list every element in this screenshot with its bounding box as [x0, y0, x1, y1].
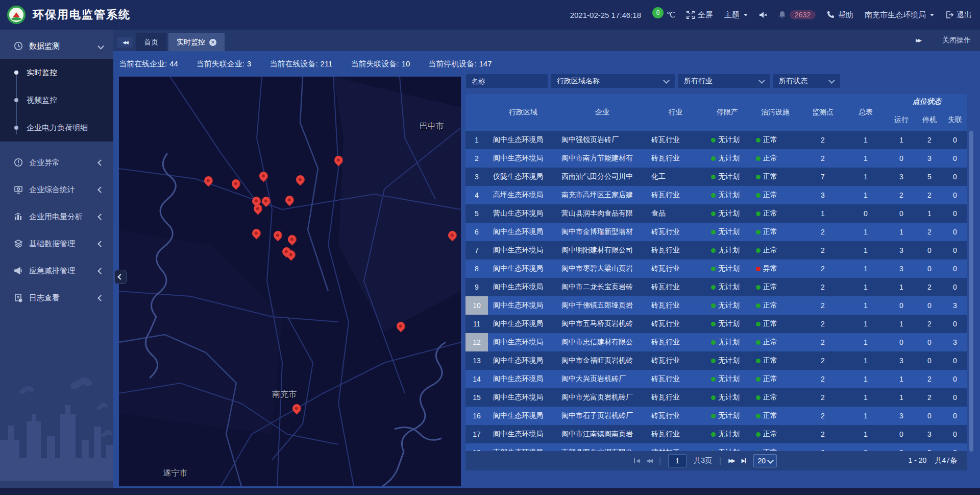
- cell-index: 6: [465, 223, 488, 241]
- map-marker-icon[interactable]: [232, 179, 240, 188]
- table-row[interactable]: 12阆中生态环境局阆中市忠信建材有限公砖瓦行业无计划正常21003: [465, 333, 967, 351]
- cell-plan-status: 无计划: [705, 149, 750, 168]
- sidebar-item-5[interactable]: 应急减排管理: [0, 258, 113, 284]
- region-filter-select[interactable]: 行政区域名称: [551, 74, 675, 88]
- tab-1[interactable]: 实时监控✕: [168, 33, 225, 51]
- table-row[interactable]: 9阆中生态环境局阆中市二龙长宝页岩砖砖瓦行业无计划正常21120: [465, 278, 967, 296]
- notifications[interactable]: 2632: [778, 10, 816, 19]
- table-row[interactable]: 7阆中生态环境局阆中明阳建材有限公司砖瓦行业无计划正常21300: [465, 241, 967, 260]
- cell-running: 1: [887, 315, 916, 333]
- mute-button[interactable]: [759, 11, 767, 19]
- datetime: 2021-02-25 17:46:18: [570, 11, 641, 19]
- table-row[interactable]: 17阆中生态环境局阆中市江南镇阆南页岩砖瓦行业无计划正常21030: [465, 425, 967, 443]
- map-marker-icon[interactable]: [259, 172, 268, 180]
- next-page-button[interactable]: ▶▶: [728, 458, 734, 463]
- tab-close-icon[interactable]: ✕: [209, 39, 216, 46]
- page-number-input[interactable]: 1: [668, 454, 687, 467]
- status-dot-icon: [756, 285, 761, 290]
- org-dropdown[interactable]: 南充市生态环境局: [865, 10, 934, 20]
- map-marker-icon[interactable]: [292, 404, 301, 413]
- cell-running: 3: [887, 241, 916, 260]
- table-row[interactable]: 4高坪生态环境局南充市高坪区王家店建砖瓦行业无计划正常31220: [465, 186, 967, 204]
- table-row[interactable]: 5营山生态环境局营山县润丰肉食品有限食品无计划正常10010: [465, 204, 967, 223]
- table-row[interactable]: 15阆中生态环境局阆中市光富页岩机砖厂砖瓦行业无计划正常21120: [465, 388, 967, 407]
- cell-plan-status: 无计划: [705, 131, 750, 149]
- table-row[interactable]: 16阆中生态环境局阆中市石子页岩机砖厂砖瓦行业无计划正常21300: [465, 407, 967, 425]
- submenu-item-2[interactable]: 企业电力负荷明细: [0, 114, 113, 142]
- map-marker-icon[interactable]: [296, 175, 305, 184]
- table-row[interactable]: 6阆中生态环境局阆中市金博瑞新型墙材砖瓦行业无计划正常21120: [465, 223, 967, 241]
- map-marker-icon[interactable]: [288, 235, 297, 244]
- cell-facility-status: 正常: [750, 186, 801, 204]
- facility-status-label: 正常: [763, 356, 777, 365]
- bottom-strip: [0, 488, 980, 495]
- map-collapse-button[interactable]: [114, 270, 127, 284]
- table-row[interactable]: 14阆中生态环境局阆中大兴页岩机砖厂砖瓦行业无计划正常21120: [465, 370, 967, 388]
- cell-industry: 化工: [646, 168, 705, 186]
- cell-industry: 砖瓦行业: [646, 370, 705, 388]
- table-row[interactable]: 3仪陇生态环境局西南油气田分公司川中化工无计划正常71350: [465, 168, 967, 186]
- map-marker-icon[interactable]: [262, 197, 271, 205]
- logout-button[interactable]: 退出: [945, 10, 972, 20]
- map-marker-icon[interactable]: [252, 229, 261, 238]
- status-dot-icon: [756, 340, 761, 345]
- table-scrollbar[interactable]: [969, 131, 973, 452]
- status-dot-icon: [711, 193, 716, 198]
- table-row[interactable]: 1阆中生态环境局阆中强锐页岩砖厂砖瓦行业无计划正常21120: [465, 131, 967, 149]
- tab-0[interactable]: 首页: [136, 33, 166, 51]
- table-row[interactable]: 13阆中生态环境局阆中市金福旺页岩机砖砖瓦行业无计划正常21300: [465, 351, 967, 370]
- map-marker-icon[interactable]: [334, 156, 343, 164]
- tabs-scroll-left-button[interactable]: ◀◀: [117, 37, 133, 48]
- cell-running: 0: [887, 204, 916, 223]
- sidebar-item-1[interactable]: 企业异常: [0, 150, 113, 175]
- fullscreen-button[interactable]: 全屏: [687, 10, 713, 20]
- sidebar-item-label: 企业用电量分析: [29, 212, 83, 222]
- theme-dropdown[interactable]: 主题: [724, 10, 748, 20]
- table-row[interactable]: 8阆中生态环境局阆中市枣碧大梁山页岩砖瓦行业无计划异常21300: [465, 260, 967, 278]
- sidebar-item-2[interactable]: 企业综合统计: [0, 177, 113, 202]
- first-page-button[interactable]: ◀: [634, 458, 639, 463]
- sidebar-item-6[interactable]: 日志查看: [0, 285, 113, 311]
- map-marker-icon[interactable]: [448, 231, 457, 240]
- gauge-icon: [14, 41, 23, 51]
- page-size-select[interactable]: 20: [753, 454, 777, 467]
- cell-company: 阆中市五马桥页岩机砖: [558, 315, 646, 333]
- cell-plan-status: 无计划: [705, 315, 750, 333]
- map-marker-icon[interactable]: [285, 196, 294, 204]
- previous-page-button[interactable]: ◀◀: [646, 458, 652, 463]
- submenu-item-1[interactable]: 视频监控: [0, 86, 113, 114]
- last-page-button[interactable]: ▶: [742, 458, 747, 463]
- tabs-scroll-right-button[interactable]: ▶▶: [916, 38, 921, 43]
- map-marker-icon[interactable]: [204, 176, 213, 185]
- submenu-item-0[interactable]: 实时监控: [0, 59, 113, 86]
- help-button[interactable]: 帮助: [827, 10, 853, 20]
- sidebar-item-0[interactable]: 数据监测: [0, 33, 113, 59]
- table-row[interactable]: 11阆中生态环境局阆中市五马桥页岩机砖砖瓦行业无计划正常21120: [465, 315, 967, 333]
- cell-company: 营山县润丰肉食品有限: [558, 204, 646, 223]
- cell-stopped: 2: [916, 388, 943, 407]
- status-dot-icon: [711, 377, 716, 382]
- name-filter-input[interactable]: [466, 77, 548, 85]
- map-marker-icon[interactable]: [397, 322, 405, 331]
- submenu-item-label: 视频监控: [27, 96, 57, 105]
- cell-monitor-points: 2: [801, 296, 845, 315]
- plan-status-label: 无计划: [718, 282, 740, 292]
- sidebar-item-4[interactable]: 基础数据管理: [0, 231, 113, 256]
- close-operations-button[interactable]: 关闭操作: [942, 36, 971, 45]
- status-filter-select[interactable]: 所有状态: [773, 74, 840, 88]
- industry-filter-select[interactable]: 所有行业: [678, 74, 770, 88]
- table-row[interactable]: 10阆中生态环境局阆中千佛镇五郎垭页岩砖瓦行业无计划正常21003: [465, 296, 967, 315]
- table-row[interactable]: 18南部生态环境局南部县双化水泥有限公建材加工无计划正常60050: [465, 443, 967, 452]
- header-subcell-0: 运行: [887, 109, 916, 131]
- cell-facility-status: 正常: [750, 278, 801, 296]
- map-marker-icon[interactable]: [274, 231, 282, 240]
- cell-index: 9: [465, 278, 488, 296]
- map-marker-icon[interactable]: [254, 204, 262, 213]
- cell-plan-status: 无计划: [705, 204, 750, 223]
- sidebar-item-3[interactable]: 企业用电量分析: [0, 204, 113, 229]
- table-row[interactable]: 2阆中生态环境局阆中市南方节能建材有砖瓦行业无计划正常21030: [465, 149, 967, 168]
- status-dot-icon: [711, 340, 716, 345]
- map-marker-icon[interactable]: [287, 250, 296, 259]
- map-panel[interactable]: 巴中市南充市遂宁市: [119, 77, 461, 486]
- cell-index: 4: [465, 186, 488, 204]
